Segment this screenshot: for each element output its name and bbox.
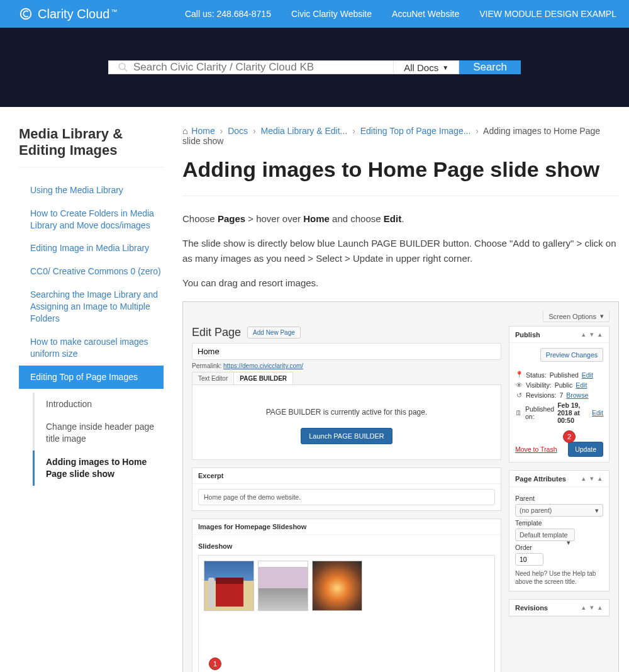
chevron-right-icon: › xyxy=(352,126,355,136)
page-attributes-panel: Page Attributes ▴ ▾ ▴ Parent (no parent)… xyxy=(509,470,610,591)
body-paragraph: Choose Pages > hover over Home and choos… xyxy=(182,211,619,226)
nav-module-examples[interactable]: VIEW MODULE DESIGN EXAMPL xyxy=(479,9,616,19)
article-body: Choose Pages > hover over Home and choos… xyxy=(182,211,619,290)
sidebar-item[interactable]: Editing Image in Media Library xyxy=(19,237,164,260)
gallery-area: 1 Add to gallery xyxy=(198,555,495,672)
publish-panel: Publish ▴ ▾ ▴ Preview Changes 📍Status: P… xyxy=(509,326,610,462)
hero-band: All Docs ▼ Search xyxy=(0,28,629,107)
revisions-panel: Revisions ▴ ▾ ▴ xyxy=(509,599,610,617)
sidebar-sub-item[interactable]: Introduction xyxy=(33,393,164,416)
sidebar-sub-item[interactable]: Change inside header page title image xyxy=(33,415,164,451)
edit-page-heading: Edit Page xyxy=(192,326,241,339)
slideshow-panel: Images for Homepage Slideshow Slideshow xyxy=(192,518,501,672)
sidebar-item[interactable]: How to Create Folders in Media Library a… xyxy=(19,202,164,237)
search-box: All Docs ▼ Search xyxy=(108,60,521,74)
slideshow-label: Slideshow xyxy=(198,542,495,550)
sidebar-item[interactable]: Using the Media Library xyxy=(19,179,164,202)
gallery-thumbnail[interactable] xyxy=(312,561,362,611)
calendar-icon: 🗓 xyxy=(515,409,522,417)
template-select[interactable]: Default template ▾ xyxy=(515,529,575,541)
top-nav: Call us: 248.684-8715 Civic Clarity Webs… xyxy=(185,9,616,19)
body-paragraph: The slide show is directly below blue La… xyxy=(182,236,619,266)
page-title: Adding images to Home Page slide show xyxy=(182,157,619,182)
svg-point-1 xyxy=(119,64,125,70)
nav-call-us[interactable]: Call us: 248.684-8715 xyxy=(185,9,271,19)
launch-page-builder-button[interactable]: Launch PAGE BUILDER xyxy=(301,428,392,444)
brand-trademark: ™ xyxy=(111,8,117,15)
top-bar: Clarity Cloud ™ Call us: 248.684-8715 Ci… xyxy=(0,0,629,28)
svg-point-0 xyxy=(21,9,31,20)
browse-revisions-link[interactable]: Browse xyxy=(566,391,588,399)
body-paragraph: You can drag and resort images. xyxy=(182,276,619,290)
update-button[interactable]: Update xyxy=(568,442,603,457)
panel-controls[interactable]: ▴ ▾ ▴ xyxy=(582,330,603,339)
brand-logo[interactable]: Clarity Cloud ™ xyxy=(19,7,117,21)
chevron-down-icon: ▾ xyxy=(600,312,604,320)
chevron-right-icon: › xyxy=(220,126,223,136)
crumb-category[interactable]: Media Library & Edit... xyxy=(261,126,348,136)
search-input[interactable] xyxy=(133,61,384,74)
search-input-wrap[interactable] xyxy=(108,60,393,74)
chevron-down-icon: ▼ xyxy=(442,64,448,71)
tab-text-editor[interactable]: Text Editor xyxy=(192,372,234,384)
brand-name: Clarity Cloud xyxy=(38,7,109,21)
page-title-input[interactable] xyxy=(192,343,501,360)
home-icon: ⌂ xyxy=(182,126,187,136)
callout-marker-2: 2 xyxy=(563,430,576,443)
add-new-page-button[interactable]: Add New Page xyxy=(247,327,301,339)
divider xyxy=(182,196,619,196)
sidebar-sub-list: Introduction Change inside header page t… xyxy=(19,393,164,486)
excerpt-panel: Excerpt Home page of the demo website. xyxy=(192,468,501,511)
sidebar-article-list: Using the Media Library How to Create Fo… xyxy=(19,179,164,389)
nav-civic-clarity[interactable]: Civic Clarity Website xyxy=(291,9,372,19)
sidebar-item[interactable]: How to make carousel images uniform size xyxy=(19,330,164,366)
screenshot-figure: Screen Options ▾ Edit Page Add New Page … xyxy=(182,301,619,672)
panel-controls[interactable]: ▴ ▾ ▴ xyxy=(582,603,603,612)
crumb-parent[interactable]: Editing Top of Page Image... xyxy=(360,126,471,136)
permalink-link[interactable]: https://demo.civicclarity.com/ xyxy=(223,362,303,369)
search-scope-label: All Docs xyxy=(404,62,438,73)
chevron-down-icon: ▾ xyxy=(595,507,599,514)
chevron-right-icon: › xyxy=(476,126,479,136)
nav-accunet[interactable]: AccuNet Website xyxy=(392,9,459,19)
screen-options-toggle[interactable]: Screen Options ▾ xyxy=(543,311,610,322)
search-button[interactable]: Search xyxy=(459,60,521,74)
edit-date-link[interactable]: Edit xyxy=(592,409,603,417)
order-input[interactable] xyxy=(515,553,543,566)
main-content: ⌂ Home › Docs › Media Library & Edit... … xyxy=(182,126,619,672)
search-icon xyxy=(118,62,128,73)
gallery-thumbnail[interactable] xyxy=(258,561,308,611)
permalink-row: Permalink: https://demo.civicclarity.com… xyxy=(192,362,501,369)
sidebar-item-active[interactable]: Editing Top of Page Images xyxy=(19,366,164,389)
excerpt-textarea[interactable]: Home page of the demo website. xyxy=(198,489,495,505)
crumb-home[interactable]: Home xyxy=(191,126,214,136)
chevron-right-icon: › xyxy=(253,126,256,136)
callout-marker-1: 1 xyxy=(209,658,221,670)
help-text: Need help? Use the Help tab above the sc… xyxy=(515,569,603,586)
page-builder-message: PAGE BUILDER is currently active for thi… xyxy=(199,408,494,417)
chevron-down-icon: ▾ xyxy=(567,539,571,546)
sidebar: Media Library & Editing Images Using the… xyxy=(19,126,164,672)
preview-changes-button[interactable]: Preview Changes xyxy=(540,348,603,362)
breadcrumb: ⌂ Home › Docs › Media Library & Edit... … xyxy=(182,126,619,146)
edit-visibility-link[interactable]: Edit xyxy=(576,381,587,389)
svg-line-2 xyxy=(125,69,127,71)
sidebar-item[interactable]: Searching the Image Library and Assignin… xyxy=(19,283,164,330)
eye-icon: 👁 xyxy=(515,381,523,389)
edit-status-link[interactable]: Edit xyxy=(582,371,593,379)
sidebar-item[interactable]: CC0/ Creative Commons 0 (zero) xyxy=(19,260,164,283)
sidebar-sub-item-current[interactable]: Adding images to Home Page slide show xyxy=(33,451,164,486)
page-builder-panel: PAGE BUILDER is currently active for thi… xyxy=(192,385,501,460)
panel-controls[interactable]: ▴ ▾ ▴ xyxy=(582,474,603,483)
parent-select[interactable]: (no parent) ▾ xyxy=(515,504,603,517)
search-scope-dropdown[interactable]: All Docs ▼ xyxy=(393,60,459,74)
tab-page-builder[interactable]: PAGE BUILDER xyxy=(233,372,293,384)
crumb-docs[interactable]: Docs xyxy=(228,126,248,136)
brand-icon xyxy=(19,7,33,21)
move-to-trash-link[interactable]: Move to Trash xyxy=(515,445,557,453)
history-icon: ↺ xyxy=(515,391,523,399)
gallery-thumbnail[interactable] xyxy=(204,561,254,611)
sidebar-category-title: Media Library & Editing Images xyxy=(19,126,164,167)
pin-icon: 📍 xyxy=(515,371,523,379)
